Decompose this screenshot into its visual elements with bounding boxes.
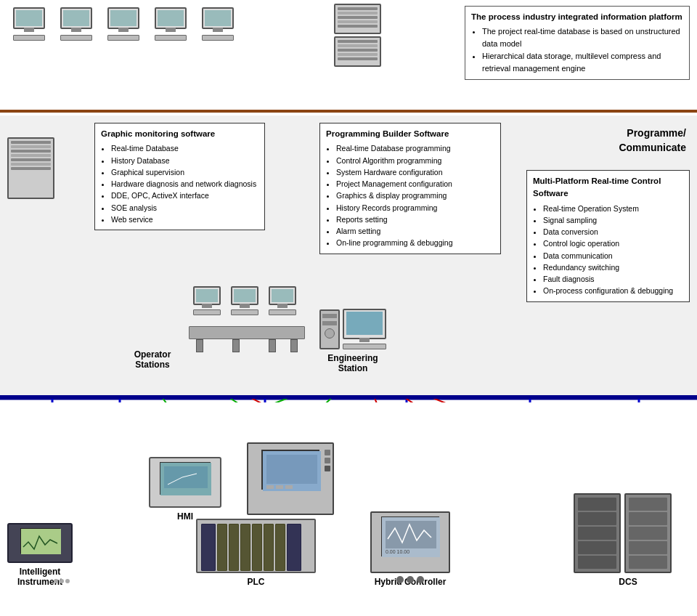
plc-label: PLC (248, 577, 265, 587)
dcs-device (574, 493, 682, 573)
mp-item-7: On-process configuration & debugging (543, 285, 683, 296)
pb-item-4: Graphics & display programming (336, 190, 494, 201)
gm-item-3: Hardware diagnosis and network diagnosis (111, 178, 258, 190)
svg-rect-27 (164, 466, 208, 488)
svg-rect-34 (285, 485, 293, 489)
programming-builder-list: Real-time Database programming Control A… (326, 142, 494, 248)
info-box-title: The process industry integrated informat… (471, 11, 683, 23)
computer-5 (196, 7, 240, 47)
mp-item-4: Data communication (543, 250, 683, 262)
programming-builder-box: Programming Builder Software Real-time D… (319, 123, 501, 254)
graphic-monitoring-title: Graphic monitoring software (101, 128, 258, 140)
pb-item-3: Project Management configuration (336, 178, 494, 190)
hmi1-screen (160, 462, 211, 495)
pb-item-8: On-line programming & debugging (336, 237, 494, 248)
info-item-2: Hierarchical data storage, multilevel co… (482, 50, 683, 75)
svg-text:0.00     10.00: 0.00 10.00 (386, 549, 409, 554)
engineering-station-label: Engineering Station (319, 353, 386, 373)
operator-station-label: Operator Stations (94, 349, 211, 370)
dcs-label: DCS (619, 577, 637, 587)
dcs-container: DCS (574, 493, 682, 587)
mp-item-2: Data conversion (543, 226, 683, 238)
pb-item-0: Real-time Database programming (336, 142, 494, 154)
programming-builder-title: Programming Builder Software (326, 128, 494, 140)
graphic-monitoring-box: Graphic monitoring software Real-time Da… (94, 123, 265, 230)
mp-item-1: Signal sampling (543, 214, 683, 226)
pb-item-1: Control Algorithm programming (336, 155, 494, 166)
multiplatform-box: Multi-Platform Real-time Control Softwar… (526, 170, 690, 302)
programme-communicate-title: Programme/ Communicate (570, 126, 686, 155)
hmi1-label: HMI (177, 511, 193, 522)
pb-item-7: Alarm setting (336, 225, 494, 237)
computer-3 (102, 7, 145, 47)
server-rack-top (334, 4, 381, 69)
info-list: The project real-time database is based … (471, 25, 683, 75)
gm-item-0: Real-time Database (111, 142, 258, 154)
multiplatform-title: Multi-Platform Real-time Control Softwar… (533, 175, 683, 200)
pb-item-2: System Hardware configuration (336, 166, 494, 178)
mp-item-5: Redundancy switching (543, 262, 683, 273)
computer-4 (149, 7, 192, 47)
hybrid-screen: 0.00 10.00 (381, 516, 439, 556)
multiplatform-list: Real-time Operation System Signal sampli… (533, 203, 683, 297)
mp-item-6: Fault diagnosis (543, 273, 683, 285)
pb-item-6: Reports setting (336, 214, 494, 225)
mp-item-0: Real-time Operation System (543, 203, 683, 214)
plc-container: PLC (196, 519, 316, 587)
bottom-section: HMI HMI (0, 402, 697, 616)
svg-rect-31 (266, 455, 317, 484)
gm-item-4: DDE, OPC, ActiveX interface (111, 190, 258, 201)
hmi2-container: HMI (247, 442, 334, 529)
info-item-1: The project real-time database is based … (482, 25, 683, 50)
info-box-top: The process industry integrated informat… (465, 6, 690, 80)
engineering-station-area: Engineering Station (319, 309, 386, 373)
gm-item-6: Web service (111, 214, 258, 225)
plc-device (196, 519, 316, 573)
op-computer-3 (264, 286, 301, 326)
operator-stations-computers (189, 286, 301, 326)
hmi2-screen (261, 450, 319, 490)
gm-item-5: SOE analysis (111, 202, 258, 214)
gm-item-2: Graphical supervision (111, 166, 258, 178)
instrument-device (7, 523, 73, 563)
instrument-display (20, 528, 60, 554)
hmi1-container: HMI (149, 457, 221, 522)
instrument-container: Intelligent Instrument (7, 523, 73, 587)
svg-rect-38 (21, 529, 61, 554)
svg-rect-32 (266, 485, 274, 489)
svg-rect-33 (276, 485, 283, 489)
middle-section: Graphic monitoring software Real-time Da… (0, 115, 697, 399)
hmi2-device (247, 442, 334, 515)
operator-stations-area: Operator Stations (94, 317, 211, 370)
hybrid-container: 0.00 10.00 Hybrid Controller (370, 511, 450, 587)
hybrid-device: 0.00 10.00 (370, 511, 450, 573)
op-computer-1 (189, 286, 225, 326)
instrument-label: Intelligent Instrument (17, 567, 62, 587)
mp-item-3: Control logic operation (543, 238, 683, 249)
server-left (7, 137, 54, 201)
computers-row (7, 7, 240, 47)
computer-2 (54, 7, 98, 47)
pb-item-5: History Records programming (336, 202, 494, 214)
engineering-station-computer (319, 309, 386, 349)
programme-communicate-box: Programme/ Communicate (566, 123, 690, 158)
graphic-monitoring-list: Real-time Database History Database Grap… (101, 142, 258, 225)
hmi1-device (149, 457, 221, 508)
computer-1 (7, 7, 51, 47)
op-computer-2 (227, 286, 263, 326)
gm-item-1: History Database (111, 155, 258, 166)
